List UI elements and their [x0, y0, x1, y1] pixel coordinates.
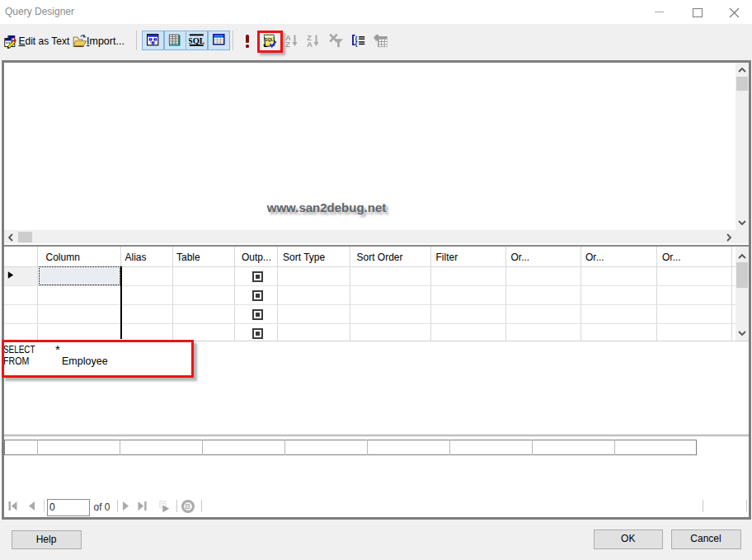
svg-text:{: { [355, 40, 357, 47]
svg-text:SQL: SQL [189, 36, 204, 45]
svg-text:Z: Z [285, 40, 290, 47]
svg-text:A: A [307, 40, 313, 47]
